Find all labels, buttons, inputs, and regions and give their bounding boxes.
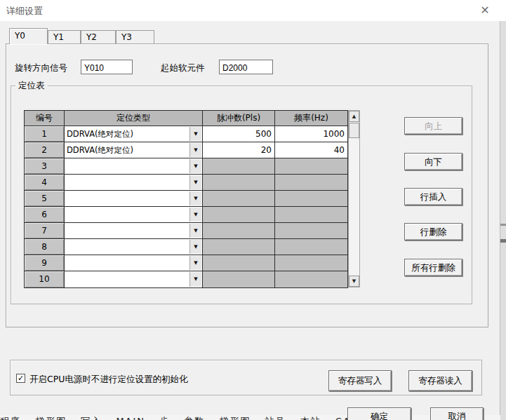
pulse-count-cell (203, 223, 275, 239)
chevron-down-icon[interactable]: ▼ (189, 208, 201, 222)
pulse-count-cell[interactable]: 500 (203, 126, 275, 142)
row-number-cell[interactable]: 4 (25, 175, 65, 191)
register-read-button[interactable]: 寄存器读入 (408, 370, 472, 391)
column-header: 定位类型 (65, 111, 203, 126)
delete-all-rows-button[interactable]: 所有行删除 (404, 259, 462, 276)
tab-page-y0: 旋转方向信号 起始软元件 定位表 编号定位类型脉冲数(Pls)频率(Hz)1DD… (6, 43, 488, 327)
chevron-down-icon[interactable]: ▼ (189, 240, 201, 254)
pulse-count-cell (203, 255, 275, 271)
tab-y0[interactable]: Y0 (9, 28, 48, 44)
frequency-cell (275, 223, 347, 239)
row-number-cell[interactable]: 3 (25, 158, 65, 175)
frequency-cell (275, 191, 347, 207)
rotation-direction-input[interactable] (81, 60, 133, 74)
background-statusbar-sliver: 程序 梯形图 写入 MAIN 步 参数 梯形图 站号 本站 CAP NUM (0, 415, 500, 420)
frequency-cell (275, 175, 347, 191)
table-row: 7▼ (25, 223, 347, 239)
close-icon[interactable]: ✕ (476, 3, 494, 18)
frequency-cell (275, 271, 347, 287)
frequency-cell (275, 158, 347, 175)
chevron-down-icon[interactable]: ▼ (189, 256, 201, 270)
positioning-type-dropdown[interactable]: ▼ (65, 239, 203, 255)
row-number-cell[interactable]: 7 (25, 223, 65, 239)
pulse-count-cell (203, 207, 275, 223)
chevron-down-icon[interactable]: ▼ (189, 175, 201, 189)
positioning-type-dropdown[interactable]: ▼ (65, 175, 203, 191)
table-row: 10▼ (25, 271, 347, 287)
register-write-button[interactable]: 寄存器写入 (328, 370, 392, 391)
row-number-cell[interactable]: 8 (25, 239, 65, 255)
init-settings-frame: ✓ 开启CPU电源时不进行定位设置的初始化 寄存器写入 寄存器读入 (10, 360, 482, 395)
positioning-type-dropdown[interactable]: DDRVA(绝对定位)▼ (65, 142, 203, 158)
positioning-type-dropdown[interactable]: ▼ (65, 207, 203, 223)
delete-row-button[interactable]: 行删除 (404, 223, 462, 241)
tab-y2[interactable]: Y2 (81, 30, 116, 43)
rotation-direction-label: 旋转方向信号 (15, 62, 67, 74)
chevron-down-icon[interactable]: ▼ (189, 272, 201, 287)
chevron-down-icon[interactable]: ▼ (189, 159, 201, 173)
frequency-cell (275, 255, 347, 271)
chevron-down-icon[interactable]: ▼ (189, 127, 201, 141)
table-scrollbar[interactable]: ▲ ▼ (348, 110, 360, 287)
pulse-count-cell (203, 158, 275, 175)
start-device-input[interactable] (219, 60, 273, 74)
dialog-titlebar: 详细设置 ✕ (0, 0, 506, 21)
tab-y1[interactable]: Y1 (48, 30, 81, 43)
column-header: 脉冲数(Pls) (203, 111, 275, 126)
positioning-type-dropdown[interactable]: ▼ (65, 191, 203, 207)
row-number-cell[interactable]: 2 (25, 142, 65, 158)
table-row: 5▼ (25, 191, 347, 207)
positioning-type-dropdown[interactable]: ▼ (65, 158, 203, 175)
frequency-cell[interactable]: 1000 (275, 126, 347, 142)
positioning-type-dropdown[interactable]: ▼ (65, 271, 203, 287)
screen: 程序 梯形图 写入 MAIN 步 参数 梯形图 站号 本站 CAP NUM 详细… (0, 0, 506, 420)
frequency-cell (275, 207, 347, 223)
positioning-table-groupbox: 定位表 编号定位类型脉冲数(Pls)频率(Hz)1DDRVA(绝对定位)▼500… (11, 86, 472, 304)
positioning-type-dropdown[interactable]: ▼ (65, 255, 203, 271)
tab-y3[interactable]: Y3 (116, 30, 154, 43)
table-row: 8▼ (25, 239, 347, 255)
table-row: 1DDRVA(绝对定位)▼5001000 (25, 126, 347, 142)
row-number-cell[interactable]: 1 (25, 126, 65, 142)
frequency-cell[interactable]: 40 (275, 142, 347, 158)
table-row: 9▼ (25, 255, 347, 271)
background-divider-band (500, 239, 506, 243)
chevron-down-icon[interactable]: ▼ (189, 224, 201, 238)
cancel-button[interactable]: 取消 (430, 407, 484, 420)
pulse-count-cell (203, 175, 275, 191)
positioning-table-legend: 定位表 (15, 80, 48, 92)
insert-row-button[interactable]: 行插入 (404, 188, 462, 205)
column-header: 频率(Hz) (275, 111, 347, 126)
scrollbar-thumb[interactable] (349, 123, 359, 138)
table-row: 6▼ (25, 207, 347, 223)
dialog-title: 详细设置 (6, 5, 43, 18)
table-row: 3▼ (25, 158, 347, 175)
chevron-down-icon[interactable]: ▼ (189, 191, 201, 205)
pulse-count-cell[interactable]: 20 (203, 142, 275, 158)
dialog-body: Y0 Y1 Y2 Y3 旋转方向信号 起始软元件 定位表 编号定位类型脉冲数(P… (0, 21, 500, 415)
chevron-down-icon[interactable]: ▼ (189, 143, 201, 157)
pulse-count-cell (203, 271, 275, 287)
no-init-checkbox-label: 开启CPU电源时不进行定位设置的初始化 (29, 374, 187, 386)
positioning-type-dropdown[interactable]: ▼ (65, 223, 203, 239)
ok-button[interactable]: 确定 (347, 407, 411, 420)
column-header: 编号 (25, 111, 65, 126)
no-init-checkbox[interactable]: ✓ (16, 374, 25, 383)
row-number-cell[interactable]: 10 (25, 271, 65, 287)
background-clipped-text: 程序 梯形图 写入 MAIN 步 参数 梯形图 站号 本站 CAP NUM (0, 416, 500, 420)
table-row: 4▼ (25, 175, 347, 191)
move-down-button[interactable]: 向下 (404, 153, 462, 170)
start-device-label: 起始软元件 (161, 62, 205, 74)
move-up-button[interactable]: 向上 (404, 117, 462, 135)
positioning-table: 编号定位类型脉冲数(Pls)频率(Hz)1DDRVA(绝对定位)▼5001000… (24, 110, 348, 288)
pulse-count-cell (203, 239, 275, 255)
frequency-cell (275, 239, 347, 255)
row-number-cell[interactable]: 9 (25, 255, 65, 271)
background-divider-band (500, 224, 506, 226)
background-window-right-sliver (500, 21, 506, 420)
positioning-type-dropdown[interactable]: DDRVA(绝对定位)▼ (65, 126, 203, 142)
scrollbar-up-icon[interactable]: ▲ (349, 111, 359, 122)
row-number-cell[interactable]: 5 (25, 191, 65, 207)
scrollbar-down-icon[interactable]: ▼ (349, 276, 359, 287)
row-number-cell[interactable]: 6 (25, 207, 65, 223)
